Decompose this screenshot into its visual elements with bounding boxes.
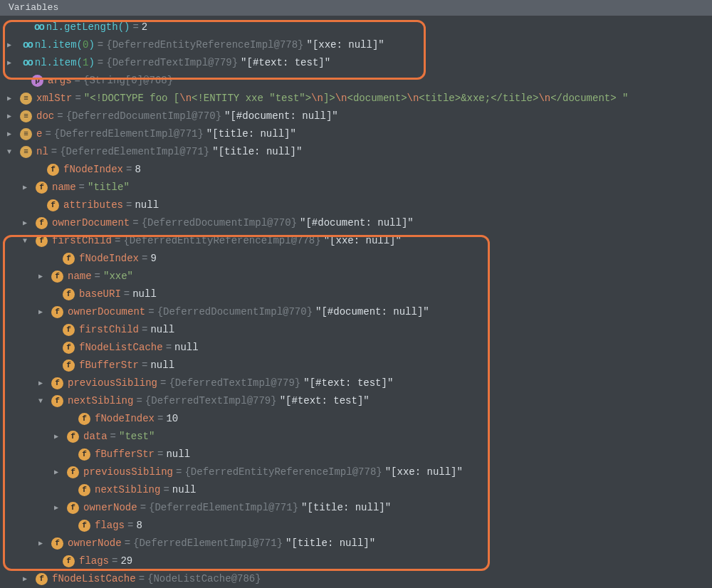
variables-tab[interactable]: Variables [0,0,712,16]
glasses-icon: o͏o [30,19,46,35]
variable-row[interactable]: ▶fflags=8 [0,517,712,535]
variable-row[interactable]: ▶ffNodeIndex=10 [0,410,712,428]
field-badge-icon: f [47,164,59,176]
field-badge-icon: f [78,413,90,425]
equals-badge-icon: ≡ [20,110,32,122]
tab-title: Variables [9,1,58,16]
chevron-down-icon[interactable]: ▼ [4,147,14,158]
variable-row[interactable]: ▶ffirstChild=null [0,321,712,339]
field-badge-icon: f [36,217,48,229]
field-badge-icon: f [78,448,90,461]
type: {DeferredEntityReferenceImpl@778} [106,37,303,53]
var-name: xmlStr [36,90,72,106]
field-badge-icon: f [36,235,48,247]
chevron-right-icon[interactable]: ▶ [36,538,46,550]
equals-badge-icon: ≡ [20,93,32,105]
variable-row[interactable]: ▶fpreviousSibling={DeferredEntityReferen… [0,463,712,481]
field-badge-icon: f [36,573,48,585]
glasses-icon: o͏o [19,55,35,70]
variable-row[interactable]: ▶ffNodeIndex=9 [0,250,712,268]
param-badge-icon: p [31,75,43,87]
variable-row[interactable]: ▶ffBufferStr=null [0,357,712,374]
field-badge-icon: f [78,484,90,496]
type: {DeferredTextImpl@779} [106,55,238,70]
field-badge-icon: f [78,520,90,532]
variable-row[interactable]: ▼ffirstChild={DeferredEntityReferenceImp… [0,232,712,250]
variable-row[interactable]: ▶fattributes=null [0,196,712,214]
chevron-right-icon[interactable]: ▶ [4,111,14,122]
field-badge-icon: f [63,288,75,300]
expr: nl.getLength() [46,19,130,35]
variable-row[interactable]: ▶fpreviousSibling={DeferredTextImpl@779}… [0,374,712,392]
variable-row[interactable]: ▶ffNodeIndex=8 [0,161,712,179]
field-badge-icon: f [51,537,63,550]
variable-row[interactable]: ▶ffNodeListCache={NodeListCache@786} [0,570,712,588]
variable-row[interactable]: ▶fownerDocument={DeferredDocumentImpl@77… [0,214,712,232]
field-badge-icon: f [47,199,59,211]
watch-expression[interactable]: ▶ o͏o nl.item(0) ={DeferredEntityReferen… [0,36,712,54]
variable-row[interactable]: ▶ p args= {String[0]@768} [0,72,712,90]
field-badge-icon: f [63,324,75,336]
variable-row[interactable]: ▶fbaseURI=null [0,285,712,303]
chevron-right-icon[interactable]: ▶ [4,129,14,140]
chevron-right-icon[interactable]: ▶ [51,503,61,514]
field-badge-icon: f [63,253,75,265]
variable-row[interactable]: ▼fnextSibling={DeferredTextImpl@779}"[#t… [0,392,712,410]
field-badge-icon: f [67,466,79,478]
field-badge-icon: f [51,395,63,407]
field-badge-icon: f [36,182,48,194]
chevron-right-icon[interactable]: ▶ [51,431,61,443]
field-badge-icon: f [63,359,75,372]
chevron-right-icon[interactable]: ▶ [4,58,14,69]
chevron-down-icon[interactable]: ▼ [36,396,46,407]
chevron-right-icon[interactable]: ▶ [20,574,30,585]
variable-row[interactable]: ▶fnextSibling=null [0,481,712,499]
type: {String[0]@768} [83,73,173,88]
chevron-right-icon[interactable]: ▶ [4,93,14,105]
variable-row[interactable]: ▼ ≡ nl= {DeferredElementImpl@771}"[title… [0,143,712,161]
chevron-right-icon[interactable]: ▶ [36,307,46,318]
debugger-variables-panel: Variables ▶ o͏o nl.getLength() =2 ▶ o͏o … [0,0,712,588]
variable-row[interactable]: ▶ffNodeListCache=null [0,339,712,357]
variable-row[interactable]: ▶fflags=29 [0,552,712,570]
variable-row[interactable]: ▶fownerNode={DeferredElementImpl@771}"[t… [0,499,712,517]
watch-expression[interactable]: ▶ o͏o nl.item(1) ={DeferredTextImpl@779}… [0,54,712,72]
variable-row[interactable]: ▶fname="xxe" [0,268,712,285]
glasses-icon: o͏o [19,37,35,53]
value: "[#text: test]" [238,55,330,70]
variable-row[interactable]: ▶ ≡ xmlStr= "<!DOCTYPE foo [\n <!ENTITY … [0,90,712,107]
variable-row[interactable]: ▶ ≡ doc= {DeferredDocumentImpl@770}"[#do… [0,107,712,125]
field-badge-icon: f [51,306,63,318]
variable-row[interactable]: ▶ ≡ e= {DeferredElementImpl@771}"[title:… [0,125,712,143]
variable-row[interactable]: ▶ffBufferStr=null [0,446,712,463]
chevron-right-icon[interactable]: ▶ [20,182,30,194]
field-badge-icon: f [51,377,63,389]
chevron-right-icon[interactable]: ▶ [36,378,46,389]
chevron-right-icon[interactable]: ▶ [4,40,14,51]
variable-row[interactable]: ▶fdata="test" [0,428,712,446]
var-name: args [48,73,72,88]
field-badge-icon: f [67,431,79,443]
value: "[xxe: null]" [304,37,384,53]
field-badge-icon: f [63,342,75,354]
equals-badge-icon: ≡ [20,128,32,140]
chevron-right-icon[interactable]: ▶ [20,218,30,229]
chevron-down-icon[interactable]: ▼ [20,236,30,247]
variable-row[interactable]: ▶fname="title" [0,179,712,196]
chevron-right-icon[interactable]: ▶ [36,271,46,283]
watch-expression[interactable]: ▶ o͏o nl.getLength() =2 [0,19,712,36]
variable-tree: ▶ o͏o nl.getLength() =2 ▶ o͏o nl.item(0)… [0,16,712,588]
field-badge-icon: f [51,271,63,283]
field-badge-icon: f [63,555,75,567]
value: 2 [142,19,147,35]
chevron-right-icon[interactable]: ▶ [51,467,61,478]
variable-row[interactable]: ▶fownerDocument={DeferredDocumentImpl@77… [0,303,712,321]
field-badge-icon: f [67,502,79,514]
equals-badge-icon: ≡ [20,146,32,158]
variable-row[interactable]: ▶fownerNode={DeferredElementImpl@771}"[t… [0,535,712,552]
